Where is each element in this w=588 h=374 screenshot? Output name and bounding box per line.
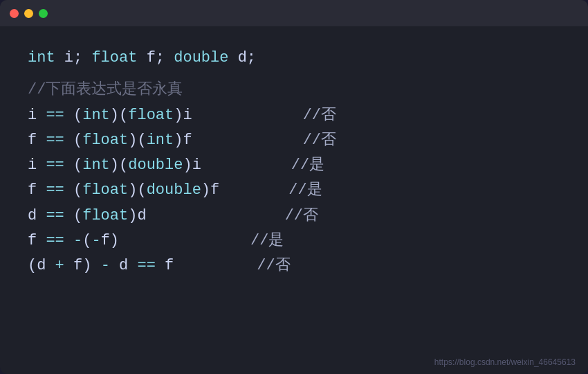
comment-intro-line: //下面表达式是否永真 <box>28 78 560 103</box>
expr-line-2: f == (float)(int)f//否 <box>28 128 560 153</box>
result-1: //否 <box>303 103 336 128</box>
result-7: //否 <box>257 253 290 278</box>
result-6: //是 <box>250 229 284 253</box>
result-5: //否 <box>285 204 318 229</box>
comment-intro-text: //下面表达式是否永真 <box>28 78 183 103</box>
maximize-button[interactable] <box>39 9 48 18</box>
close-button[interactable] <box>10 9 19 18</box>
expr-line-3: i == (int)(double)i//是 <box>28 153 560 178</box>
expr-line-5: d == (float)d//否 <box>28 204 560 229</box>
expr-line-1: i == (int)(float)i//否 <box>28 103 560 128</box>
minimize-button[interactable] <box>24 9 33 18</box>
kw-int: int <box>28 46 55 71</box>
code-area: int i; float f; double d; //下面表达式是否永真 i … <box>0 26 588 374</box>
expr-line-4: f == (float)(double)f//是 <box>28 178 560 203</box>
titlebar <box>0 0 588 26</box>
result-2: //否 <box>303 128 336 153</box>
result-4: //是 <box>288 178 322 203</box>
expr-line-6: f == -(-f)//是 <box>28 229 560 253</box>
kw-double: double <box>174 46 228 71</box>
declaration-line: int i; float f; double d; <box>28 46 560 71</box>
kw-float: float <box>91 46 137 71</box>
result-3: //是 <box>291 153 324 178</box>
watermark: https://blog.csdn.net/weixin_46645613 <box>434 357 576 367</box>
terminal-window: int i; float f; double d; //下面表达式是否永真 i … <box>0 0 588 374</box>
expr-line-7: (d + f) - d == f//否 <box>28 253 560 278</box>
